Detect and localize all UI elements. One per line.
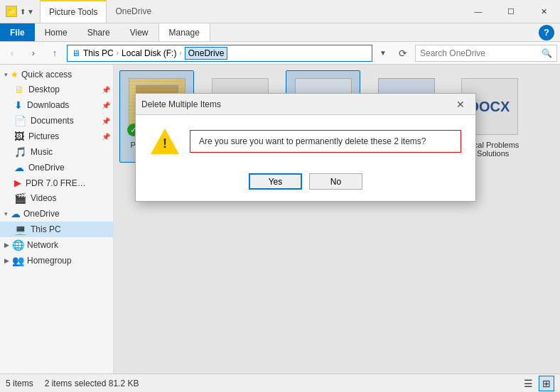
dialog-message: Are you sure you want to permanently del… <box>199 136 426 146</box>
homegroup-icon: 👥 <box>12 255 24 266</box>
sidebar-item-pdr[interactable]: ▶ PDR 7.0 FREE scree... <box>0 175 113 190</box>
sidebar-homegroup-header[interactable]: ▶ 👥 Homegroup <box>0 253 113 268</box>
pictures-icon: 🖼 <box>14 131 24 142</box>
ribbon-tabs: File Home Share View Manage ? <box>0 23 560 42</box>
dialog-body: Are you sure you want to permanently del… <box>136 115 475 168</box>
dialog-title-label: Delete Multiple Items <box>141 99 451 109</box>
warning-triangle <box>151 129 179 154</box>
address-bar: ‹ › ↑ 🖥 This PC › Local Disk (F:) › OneD… <box>0 42 560 65</box>
pin-icon-desktop: 📌 <box>102 86 110 94</box>
tile-view-button[interactable]: ⊞ <box>539 376 554 391</box>
path-icon: 🖥 <box>72 48 80 58</box>
desktop-icon: 🖥 <box>14 84 24 95</box>
sidebar-item-videos[interactable]: 🎬 Videos <box>0 190 113 206</box>
tab-manage[interactable]: Manage <box>158 23 210 41</box>
videos-icon: 🎬 <box>14 192 26 204</box>
dialog-title-bar: Delete Multiple Items ✕ <box>136 94 475 115</box>
localdisk-path: Local Disk (F:) <box>122 48 176 58</box>
chevron-homegroup-icon: ▶ <box>4 257 9 264</box>
music-icon: 🎵 <box>14 146 26 158</box>
thispc-path: This PC <box>83 48 114 58</box>
sidebar-item-downloads[interactable]: ⬇ Downloads 📌 <box>0 97 113 113</box>
dialog-no-button[interactable]: No <box>309 173 362 190</box>
tab-view[interactable]: View <box>120 23 158 41</box>
pdr-icon: ▶ <box>14 178 21 188</box>
sidebar-quickaccess-header[interactable]: ▾ ★ Quick access <box>0 67 113 82</box>
back-button[interactable]: ‹ <box>3 45 21 62</box>
sidebar-network-header[interactable]: ▶ 🌐 Network <box>0 237 113 253</box>
path-sep-1: › <box>117 49 119 57</box>
sidebar-item-thispc[interactable]: 💻 This PC <box>0 222 113 237</box>
forward-button[interactable]: › <box>24 45 43 62</box>
sidebar: ▾ ★ Quick access 🖥 Desktop 📌 ⬇ Downloads… <box>0 65 114 374</box>
close-button[interactable]: ✕ <box>527 0 560 23</box>
status-bar: 5 items 2 items selected 81.2 KB ☰ ⊞ <box>0 374 560 392</box>
refresh-button[interactable]: ⟳ <box>394 45 412 62</box>
network-icon: 🌐 <box>12 239 24 251</box>
path-sep-2: › <box>179 49 181 57</box>
pin-icon-pictures: 📌 <box>102 133 110 141</box>
content-area: screenshot ✓ PDR 7.0 FREE screenshots ℯ … <box>114 65 560 374</box>
title-bar-left: 📁 ⬆ ▼ <box>0 0 40 23</box>
up-button[interactable]: ↑ <box>45 45 64 62</box>
sidebar-item-music[interactable]: 🎵 Music <box>0 144 113 160</box>
chevron-onedrive-icon: ▾ <box>4 210 8 217</box>
address-path[interactable]: 🖥 This PC › Local Disk (F:) › OneDrive <box>67 45 372 62</box>
app-icon: 📁 <box>6 6 17 17</box>
main-layout: ▾ ★ Quick access 🖥 Desktop 📌 ⬇ Downloads… <box>0 65 560 374</box>
chevron-icon: ▾ <box>4 71 8 78</box>
minimize-button[interactable]: — <box>462 0 495 23</box>
item-count: 5 items <box>6 379 33 388</box>
status-view-controls: ☰ ⊞ <box>520 376 554 391</box>
quick-access-arrows[interactable]: ⬆ ▼ <box>20 8 34 16</box>
onedrive-path-active: OneDrive <box>185 47 228 60</box>
tab-file[interactable]: File <box>0 23 35 41</box>
documents-icon: 📄 <box>14 115 26 126</box>
delete-dialog: Delete Multiple Items ✕ Are you sure you… <box>135 93 476 202</box>
maximize-button[interactable]: ☐ <box>495 0 527 23</box>
chevron-network-icon: ▶ <box>4 241 9 249</box>
address-dropdown[interactable]: ▼ <box>375 45 391 62</box>
tab-home[interactable]: Home <box>35 23 77 41</box>
pin-icon-downloads: 📌 <box>102 102 110 109</box>
ribbon-right: ? <box>539 23 560 41</box>
warning-icon <box>150 126 180 156</box>
sidebar-item-pictures[interactable]: 🖼 Pictures 📌 <box>0 129 113 144</box>
window-controls: — ☐ ✕ <box>462 0 560 23</box>
dialog-overlay: Delete Multiple Items ✕ Are you sure you… <box>114 65 560 374</box>
selected-info: 2 items selected 81.2 KB <box>45 379 139 388</box>
sidebar-item-onedrive-quick[interactable]: ☁ OneDrive <box>0 160 113 175</box>
dialog-buttons: Yes No <box>136 168 475 201</box>
sidebar-onedrive-header[interactable]: ▾ ☁ OneDrive <box>0 206 113 222</box>
dialog-close-button[interactable]: ✕ <box>451 97 470 112</box>
dialog-yes-button[interactable]: Yes <box>249 173 302 190</box>
title-bar: 📁 ⬆ ▼ Picture Tools OneDrive — ☐ ✕ <box>0 0 560 23</box>
dialog-message-box: Are you sure you want to permanently del… <box>190 130 461 153</box>
list-view-button[interactable]: ☰ <box>520 376 536 391</box>
search-box[interactable]: 🔍 <box>415 45 557 62</box>
sidebar-item-documents[interactable]: 📄 Documents 📌 <box>0 113 113 129</box>
search-input[interactable] <box>420 48 539 58</box>
sidebar-item-desktop[interactable]: 🖥 Desktop 📌 <box>0 82 113 97</box>
picture-tools-tab[interactable]: Picture Tools <box>40 0 107 23</box>
onedrive-tab[interactable]: OneDrive <box>107 0 160 23</box>
search-icon: 🔍 <box>542 48 552 58</box>
downloads-icon: ⬇ <box>14 99 23 111</box>
onedrive-sidebar-icon: ☁ <box>11 208 21 219</box>
pin-icon-documents: 📌 <box>102 117 110 125</box>
thispc-icon: 💻 <box>14 224 26 235</box>
help-button[interactable]: ? <box>539 25 554 40</box>
onedrive-quick-icon: ☁ <box>14 162 24 173</box>
tab-share[interactable]: Share <box>77 23 120 41</box>
sidebar-quickaccess-icon: ★ <box>11 70 18 80</box>
